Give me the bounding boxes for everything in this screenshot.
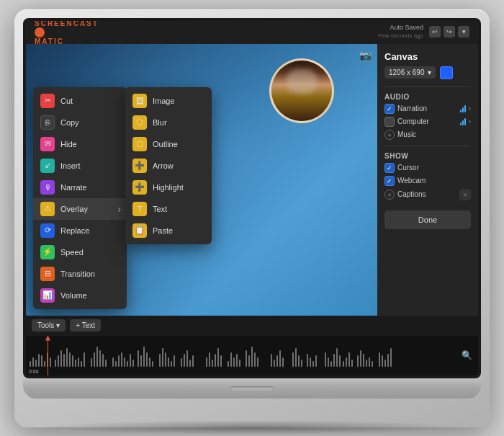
computer-checkbox[interactable] [384,117,395,127]
menu-item-volume[interactable]: 📊 Volume [33,285,127,306]
outline-icon: ◻ [132,137,147,151]
svg-rect-69 [279,350,281,367]
text-button[interactable]: + Text [70,319,101,332]
canvas-color-swatch[interactable] [440,66,453,79]
image-icon: 🖼 [132,94,147,108]
undo-button[interactable]: ↩ [429,26,441,37]
menu-item-overlay[interactable]: ⚠ Overlay [33,198,127,220]
narration-checkbox[interactable]: ✓ [384,104,395,114]
done-button[interactable]: Done [384,210,471,229]
volume-icon: 📊 [40,288,55,303]
timeline-search-icon[interactable]: 🔍 [462,350,472,360]
svg-rect-56 [228,361,229,367]
show-cursor-row: ✓ Cursor [384,163,471,173]
submenu-item-blur[interactable]: ⬡ Blur [125,112,212,133]
submenu-item-arrow[interactable]: ➕ Arrow [125,155,212,177]
submenu-item-highlight[interactable]: ➕ Highlight [125,177,212,198]
speed-icon: ⚡ [40,245,55,259]
menu-item-speed[interactable]: ⚡ Speed [33,241,127,263]
music-add-button[interactable]: + [384,130,395,140]
menu-item-cut[interactable]: ✂ Cut [33,90,127,112]
svg-rect-80 [328,357,329,367]
text-icon: T [132,202,147,216]
submenu-item-text[interactable]: T Text [125,198,212,220]
submenu-label-image: Image [153,97,175,105]
menu-item-copy[interactable]: ⎘ Copy [33,112,127,133]
title-bar: SCREENCAST ● MATIC Auto Saved Few second… [26,21,478,44]
svg-rect-17 [81,361,82,367]
svg-rect-16 [78,357,79,367]
canvas-size-value: 1206 x 690 [389,68,425,76]
webcam-person-image [271,61,332,121]
computer-expand[interactable]: › [469,117,471,125]
svg-rect-78 [315,355,317,367]
bar-3 [464,105,466,112]
svg-rect-12 [66,348,68,367]
svg-rect-51 [209,352,210,367]
cursor-checkbox[interactable]: ✓ [384,163,395,173]
menu-item-transition[interactable]: ⊟ Transition [33,263,127,285]
title-bar-right: Auto Saved Few seconds ago ↩ ↪ ▾ [378,24,469,40]
svg-rect-82 [333,354,335,367]
svg-rect-38 [152,361,153,367]
replace-icon: ⟳ [40,223,55,238]
canvas-size-select[interactable]: 1206 x 690 ▾ [384,66,436,79]
narration-label: Narration [397,104,457,112]
captions-label: Captions [397,190,426,198]
submenu-item-outline[interactable]: ◻ Outline [125,133,212,155]
menu-item-hide[interactable]: ✉ Hide [33,133,127,155]
submenu-item-paste[interactable]: 📋 Paste [125,220,212,241]
webcam-label: Webcam [397,177,426,184]
narrate-icon: 🎙 [40,180,55,195]
submenu-item-image[interactable]: 🖼 Image [125,90,212,112]
svg-rect-88 [351,360,353,367]
tools-button[interactable]: Tools ▾ [32,319,66,332]
title-bar-controls: ↩ ↪ ▾ [429,26,469,37]
svg-rect-25 [112,357,114,367]
timeline-playhead[interactable] [48,336,48,375]
svg-rect-61 [246,350,247,367]
webcam-preview [269,58,334,123]
svg-rect-7 [50,357,51,367]
svg-rect-73 [298,355,300,367]
svg-rect-30 [127,361,128,367]
svg-rect-59 [236,354,238,367]
menu-label-insert: Insert [60,161,81,170]
menu-label-overlay: Overlay [60,205,88,213]
svg-rect-75 [307,354,308,367]
captions-add-button[interactable]: + [384,190,395,200]
submenu-label-text: Text [153,205,167,213]
svg-rect-70 [282,357,284,367]
timeline-end-time: 0:10 [29,369,464,374]
svg-rect-92 [366,360,367,367]
narration-expand[interactable]: › [469,104,471,112]
redo-button[interactable]: ↪ [444,26,455,37]
menu-button[interactable]: ▾ [458,26,469,37]
timeline-area[interactable]: 0:01 0:10 🔍 [26,336,478,375]
menu-item-insert[interactable]: ↙ Insert [33,155,127,177]
svg-rect-0 [30,361,31,367]
menu-item-narrate[interactable]: 🎙 Narrate [33,177,127,198]
logo-circle: ● [35,27,45,37]
panel-expand-icon[interactable]: » [459,189,471,200]
svg-rect-18 [84,352,85,367]
svg-rect-9 [58,355,59,367]
webcam-checkbox[interactable]: ✓ [384,176,395,186]
canvas-size-arrow: ▾ [428,68,431,76]
camera-icon[interactable]: 📷 [359,50,372,61]
auto-saved-status: Auto Saved Few seconds ago [378,24,423,40]
svg-rect-8 [55,360,56,367]
svg-rect-39 [159,354,161,367]
svg-rect-35 [143,347,145,367]
audio-music-row: + Music [384,130,471,140]
svg-rect-5 [44,361,45,367]
submenu-label-arrow: Arrow [153,161,174,170]
svg-rect-63 [251,347,253,367]
bottom-area: Tools ▾ + Text [26,316,478,375]
menu-item-replace[interactable]: ⟳ Replace [33,220,127,241]
svg-rect-37 [149,357,150,367]
svg-rect-31 [130,354,131,367]
svg-rect-55 [220,355,222,367]
logo-text-left: SCREENCAST [35,21,99,27]
svg-rect-87 [348,352,350,367]
